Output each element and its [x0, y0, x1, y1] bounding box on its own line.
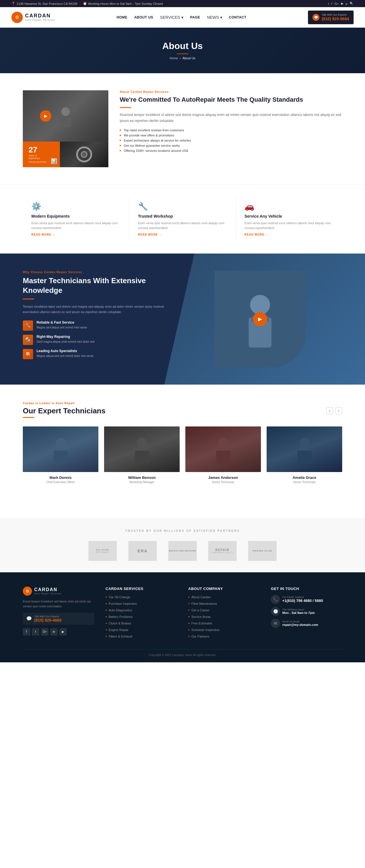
footer-company-link-7[interactable]: Our Partners — [191, 635, 209, 638]
brand-sub: Auto Repair Services — [25, 19, 55, 22]
footer-service-7: Filters & Exhaust — [106, 634, 177, 639]
tech-name-2: William Benson — [104, 475, 180, 480]
footer-brand-name: CARDAN — [34, 587, 61, 592]
footer-logo-text: CARDAN Auto Repair Services — [34, 587, 61, 595]
why-feature-1: 🔧 Reliable & Fast Service Magna sed aliq… — [23, 320, 167, 331]
repairing-icon: 🔩 — [23, 335, 33, 345]
breadcrumb-home[interactable]: Home — [170, 56, 178, 60]
footer-company-link-5[interactable]: Free Estimates — [191, 622, 213, 625]
footer-phone-item: 📞 For Faster Support +1(810) 798 4680 / … — [271, 595, 342, 604]
why-feature-text-1: Reliable & Fast Service Magna sed aliqua… — [36, 320, 87, 330]
social-gplus[interactable]: G+ — [335, 2, 339, 5]
nav-home[interactable]: HOME — [117, 16, 128, 19]
nav-services[interactable]: SERVICES ▾ — [160, 15, 183, 20]
footer-cta[interactable]: 💬 Talk With Our Experts (810) 920-4660 — [23, 613, 94, 625]
footer-service-link-4[interactable]: Battery Problems — [109, 615, 133, 618]
footer-service-link-5[interactable]: Clutch & Brakes — [109, 622, 131, 625]
header-cta[interactable]: 💬 Talk With Our Experts (810) 920-0684 — [308, 10, 354, 24]
copyright: Copyright © 2021.Company name All rights… — [23, 653, 342, 657]
clock-icon: 🕐 — [271, 607, 280, 616]
email-icon: ✉ — [271, 619, 280, 628]
footer-email-item: ✉ Send Us Email repair@my-domain.com — [271, 619, 342, 628]
cta-phone: (810) 920-0684 — [322, 17, 349, 21]
play-button[interactable]: ▶ — [40, 110, 51, 122]
tech-grid: Mark Dennis Chief Executive Officer Will… — [23, 427, 342, 484]
partner-logo-2: ERA — [128, 541, 157, 561]
tech-name-3: James Anderson — [185, 475, 261, 480]
footer-social-linkedin[interactable]: in — [50, 628, 58, 636]
footer-company-link-4[interactable]: Service Areas — [191, 615, 211, 618]
footer-desc: Emod tempor Incididunt sed labore dnim a… — [23, 599, 94, 609]
page-title: About Us — [162, 41, 203, 51]
partner-sub-4: LEGENDARY QUALITY — [212, 552, 233, 554]
footer-schedule-inspection-link[interactable]: Schedule Inspection — [191, 628, 220, 631]
nav-about[interactable]: ABOUT US — [134, 16, 153, 19]
footer-service-link-1[interactable]: Car Oil Change — [109, 595, 130, 599]
footer-services-col: CARDAN SERVICES Car Oil Change Purchase … — [106, 587, 177, 641]
about-tire-image — [60, 142, 108, 167]
footer-social-youtube[interactable]: ▶ — [59, 628, 67, 636]
hours-label: The Working Hours — [282, 608, 315, 611]
read-more-3[interactable]: READ MORE — [244, 233, 269, 236]
spacer — [0, 501, 365, 518]
footer-company-link-3[interactable]: Get a Career — [191, 609, 209, 612]
footer-service-link-7[interactable]: Filters & Exhaust — [109, 635, 132, 638]
tech-image-2 — [104, 427, 180, 472]
why-play-button[interactable]: ▶ — [253, 312, 267, 326]
social-twitter[interactable]: t — [328, 2, 329, 5]
why-label: Why Choose Cardan Repair Services — [23, 271, 167, 274]
tech-image-1 — [23, 427, 99, 472]
footer-service-link-6[interactable]: Engine Repair — [109, 628, 129, 631]
footer-social-gplus[interactable]: G+ — [41, 628, 49, 636]
svg-point-13 — [300, 438, 310, 448]
partner-sub-1: BEST QUALITY — [95, 551, 110, 553]
footer-company-link-1[interactable]: About Cardan — [191, 595, 211, 599]
logo: ⚙ CARDAN Auto Repair Services — [11, 12, 55, 23]
why-feature-body-1: Magna sed aliqua umt enimd mini vania — [36, 325, 87, 330]
tech-title: Our Expert Technicians — [23, 406, 106, 415]
read-more-1[interactable]: READ MORE — [31, 233, 56, 236]
footer-service-link-2[interactable]: Purchase Inspection — [109, 602, 137, 606]
header: ⚙ CARDAN Auto Repair Services HOME ABOUT… — [0, 7, 365, 28]
tech-next-button[interactable]: › — [335, 407, 342, 414]
nav-news[interactable]: NEWS ▾ — [207, 15, 222, 20]
about-images: ▶ 27 Years of Experience 📊 Industry Busi… — [23, 90, 108, 167]
equipment-icon: ⚙️ — [31, 202, 121, 211]
feature-vehicle: 🚗 Service Any Vehicle Enim venia quis no… — [236, 196, 342, 242]
experience-label: Experience — [29, 157, 54, 159]
cta-talk: Talk With Our Experts — [322, 13, 349, 17]
why-feature-text-3: Leading Auto Specialists Magna aliqua se… — [36, 349, 93, 358]
phone-icon: 📞 — [271, 595, 280, 604]
specialist-icon: 🛠 — [23, 349, 33, 359]
tech-prev-button[interactable]: ‹ — [326, 407, 333, 414]
footer-social-facebook[interactable]: f — [23, 628, 30, 636]
footer-social-twitter[interactable]: t — [32, 628, 39, 636]
footer-grid: ⚙ CARDAN Auto Repair Services Emod tempo… — [23, 587, 342, 641]
search-icon[interactable]: 🔍 — [349, 2, 354, 5]
footer-service-link-3[interactable]: Auto Diagnostics — [109, 609, 132, 612]
social-facebook[interactable]: f — [331, 2, 332, 5]
tech-card-3: James Anderson Senior Technician — [185, 427, 261, 484]
nav-page[interactable]: PAGE — [190, 16, 200, 19]
logo-icon: ⚙ — [11, 12, 23, 23]
svg-point-0 — [61, 107, 70, 116]
footer-hours-text: The Working Hours Mon - Sat 9am to 7pm — [282, 608, 315, 615]
svg-point-3 — [81, 152, 87, 157]
why-feature-2: 🔩 Right-Way Repairing Derit magna aliqua… — [23, 335, 167, 345]
reliable-icon: 🔧 — [23, 320, 33, 331]
footer-company-link-2[interactable]: Fleet Maintenance — [191, 602, 217, 606]
tech-name-1: Mark Dennis — [23, 475, 99, 480]
social-pinterest[interactable]: p — [346, 2, 347, 5]
feature-body-2: Enim venia quis nostrud excit ullamco la… — [138, 221, 227, 231]
social-youtube[interactable]: ▶ — [341, 2, 343, 5]
hours-text: Working Hours Mon to Sat 9am - 7pm Sunda… — [88, 2, 163, 5]
about-title: We're Committed To AutoRepair Meets The … — [120, 96, 342, 104]
footer-cta-text: Talk With Our Experts (810) 920-4660 — [34, 615, 62, 622]
tech-name-4: Amelia Grace — [266, 475, 342, 480]
footer-company-7: Our Partners — [188, 634, 259, 639]
location-icon: 📍 — [11, 2, 16, 5]
phone-number: +1(810) 798 4680 / 5880 — [282, 598, 323, 603]
read-more-2[interactable]: READ MORE — [138, 233, 162, 236]
why-feature-3: 🛠 Leading Auto Specialists Magna aliqua … — [23, 349, 167, 359]
nav-contact[interactable]: CONTACT — [229, 16, 246, 19]
